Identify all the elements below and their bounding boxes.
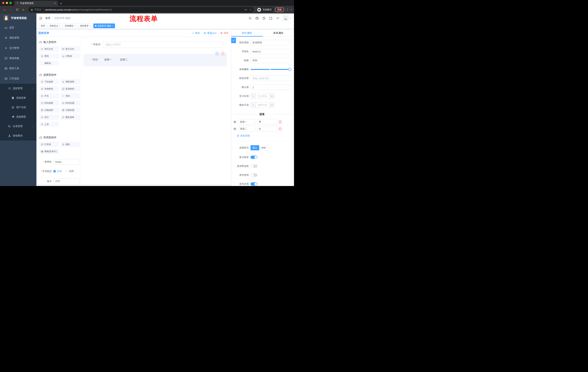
component-chip-switch[interactable]: 开关 <box>39 93 59 98</box>
option-value-input[interactable] <box>257 126 277 132</box>
tab-form-props[interactable]: 表单属性 <box>263 30 294 36</box>
label-width-input[interactable] <box>251 75 291 81</box>
component-chip-slider[interactable]: 滑块 <box>60 93 80 98</box>
fullscreen-icon[interactable] <box>269 17 272 20</box>
component-chip-row[interactable]: 行容器 <box>39 142 59 147</box>
close-window-button[interactable] <box>2 2 4 4</box>
form-name-input[interactable] <box>53 159 80 165</box>
style-default-button[interactable]: 默认 <box>251 145 259 150</box>
component-chip-time-range[interactable]: 时间范围 <box>60 100 80 106</box>
bookmark-star-icon[interactable]: ☆ <box>249 8 252 11</box>
sidebar-item-process-mgmt[interactable]: 流程管理 <box>0 84 36 93</box>
add-option-button[interactable]: 添加选项 <box>237 134 294 138</box>
style-button-button[interactable]: 按钮 <box>259 145 268 150</box>
sidebar-logo[interactable]: 芋道管理系统 <box>0 13 36 22</box>
component-chip-checkbox-group[interactable]: 多选框组 <box>60 86 80 91</box>
font-size-icon[interactable]: TT <box>276 17 279 20</box>
sidebar-item-system[interactable]: 系统管理 <box>0 33 36 43</box>
sidebar-item-process-form[interactable]: 流程表单 <box>0 93 36 103</box>
help-icon[interactable] <box>262 17 265 20</box>
forward-button[interactable]: → <box>8 7 13 12</box>
stepper-plus-button[interactable]: + <box>269 102 274 107</box>
tag-close-icon[interactable]: × <box>59 25 60 27</box>
sidebar-item-workflow[interactable]: 工作流程 <box>0 74 36 84</box>
browser-tab[interactable]: 芋道管理系统 × <box>14 1 58 6</box>
sidebar-item-payment[interactable]: ¥ 支付管理 <box>0 43 36 53</box>
sidebar-item-home[interactable]: 首页 <box>0 22 36 33</box>
avatar[interactable] <box>283 16 288 21</box>
zoom-window-button[interactable] <box>10 2 12 4</box>
breadcrumb-home[interactable]: 首页 <box>45 17 50 20</box>
address-bar[interactable]: 不安全 dashboard.yudao.iocoder.cn/bpm/manag… <box>28 7 254 12</box>
checkbox-icon[interactable] <box>100 58 103 61</box>
gender-option-1[interactable]: 选项一 <box>100 58 112 61</box>
component-chip-counter[interactable]: 123计数器 <box>60 53 80 59</box>
sidebar-item-devtools[interactable]: 研发工具 <box>0 63 36 74</box>
sidebar-item-leave-query[interactable]: 请假查询 <box>0 131 36 140</box>
option-value-input[interactable] <box>257 119 277 125</box>
remove-option-icon[interactable] <box>279 127 282 130</box>
component-chip-single-text[interactable]: 单行文本 <box>39 46 59 52</box>
component-chip-color[interactable]: 颜色选择 <box>60 115 80 120</box>
tag-process-form[interactable]: 流程表单× <box>78 23 92 28</box>
url-text[interactable]: dashboard.yudao.iocoder.cn/bpm/manager/f… <box>45 8 243 11</box>
required-toggle[interactable] <box>251 182 257 186</box>
status-radio-off[interactable]: 关闭 <box>65 170 74 173</box>
tab-component-props[interactable]: 组件属性 <box>231 30 263 36</box>
stepper-value[interactable]: 至少应选 <box>256 94 269 99</box>
delete-field-button[interactable] <box>221 52 225 56</box>
disabled-toggle[interactable] <box>251 173 257 177</box>
component-chip-radio-group[interactable]: 单选框组 <box>39 86 59 91</box>
copy-field-button[interactable] <box>215 52 219 56</box>
slider-handle[interactable] <box>288 68 292 71</box>
component-chip-cascader[interactable]: 级联选择 <box>60 79 80 84</box>
component-chip-upload[interactable]: 上传 <box>39 122 59 127</box>
component-chip-time[interactable]: 时间选择 <box>39 100 59 106</box>
stepper-plus-button[interactable]: + <box>269 94 274 99</box>
show-label-toggle[interactable] <box>251 156 257 159</box>
form-grid-slider[interactable] <box>251 67 291 72</box>
phone-input[interactable] <box>103 41 223 48</box>
search-icon[interactable] <box>249 17 252 20</box>
profile-caret-icon[interactable]: ▾ <box>290 17 291 19</box>
drag-handle-icon[interactable] <box>233 128 236 130</box>
component-chip-table[interactable]: 表格[开发中] <box>39 149 59 154</box>
field-phone[interactable]: 手机号 <box>81 37 231 48</box>
sidebar-item-infra[interactable]: 基础设施 <box>0 53 36 63</box>
component-type-select[interactable]: 多选框组 <box>251 40 291 45</box>
github-icon[interactable] <box>255 17 259 20</box>
gender-option-2[interactable]: 选项二 <box>116 58 127 61</box>
clear-button[interactable]: 清空 <box>220 32 229 35</box>
password-key-icon[interactable] <box>244 8 247 11</box>
reload-button[interactable] <box>15 7 20 12</box>
component-chip-rate[interactable]: 评分 <box>39 115 59 120</box>
update-chrome-button[interactable]: 更新 <box>275 7 284 12</box>
form-canvas[interactable]: 手机号 性别 选项一 选项二 <box>81 37 231 185</box>
title-input[interactable] <box>251 58 291 63</box>
collapse-sidebar-icon[interactable] <box>39 17 42 20</box>
tag-process-form-edit[interactable]: 流程表单-编辑× <box>93 23 115 28</box>
window-controls[interactable] <box>0 0 14 6</box>
sidebar-item-task-mgmt[interactable]: 任务管理 <box>0 122 36 131</box>
drag-handle-icon[interactable] <box>233 120 236 123</box>
view-json-button[interactable]: 查看json <box>204 32 217 35</box>
stepper-value[interactable]: 最多可选 <box>256 102 269 107</box>
selected-field-gender[interactable]: 性别 选项一 选项二 <box>84 54 227 66</box>
checkbox-icon[interactable] <box>116 58 119 61</box>
option-name-input[interactable] <box>238 126 255 132</box>
back-button[interactable]: ← <box>2 7 7 12</box>
component-chip-editor[interactable]: 编辑器 <box>39 61 59 66</box>
tag-close-icon[interactable]: × <box>74 25 75 27</box>
option-name-input[interactable] <box>238 119 255 125</box>
status-radio-on[interactable]: 开启 <box>53 170 62 173</box>
component-chip-date[interactable]: 日期选择 <box>39 107 59 113</box>
home-button[interactable]: ⌂ <box>21 7 26 12</box>
tag-home[interactable]: 首页 <box>39 23 47 28</box>
remove-option-icon[interactable] <box>279 120 282 124</box>
stepper-minus-button[interactable]: − <box>251 102 256 107</box>
not-secure-label[interactable]: 不安全 <box>34 8 41 11</box>
chrome-caret-icon[interactable]: ▾ <box>291 9 292 11</box>
component-chip-multi-text[interactable]: 多行文本 <box>60 46 80 52</box>
sidebar-item-process-model[interactable]: 流程模型 <box>0 112 36 122</box>
tag-process-model[interactable]: 流程模型× <box>63 23 77 28</box>
